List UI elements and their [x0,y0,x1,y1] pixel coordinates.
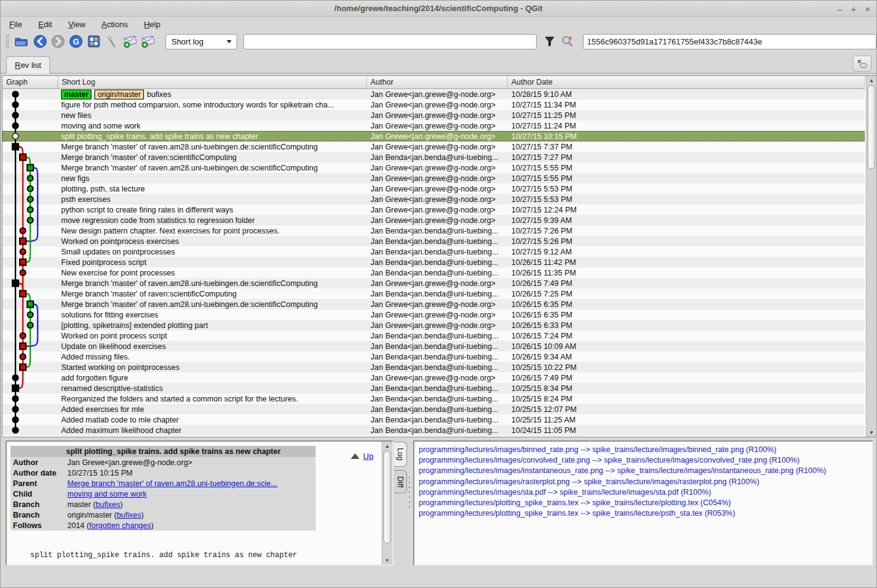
triangle-up-icon [351,453,359,459]
file-rename-line[interactable]: programming/lectures/images/binned_rate.… [419,445,872,455]
maximize-button[interactable]: + [850,4,856,14]
commit-row[interactable]: move regression code from statistics to … [2,215,865,225]
author-date-cell: 10/26/15 7:25 PM [508,290,860,298]
commit-row[interactable]: Started working on pointprocessesJan Ben… [2,362,865,372]
detail-scrollbar[interactable]: ▲ ▼ [382,442,392,565]
commit-row[interactable]: Fixed pointprocess scriptJan Benda<jan.b… [2,257,865,267]
column-header-author[interactable]: Author [367,76,508,88]
short-log-cell: Update on likelihood exercises [58,342,367,351]
apply-patch-button[interactable] [139,33,157,50]
author-date-cell: 10/27/15 5:53 PM [508,195,860,204]
commit-message: Merge branch 'master' of raven:scientifi… [61,290,237,298]
detail-link[interactable]: forgotten changes [89,521,151,530]
view-mode-select[interactable]: Short log [166,34,237,49]
menu-view[interactable]: View [68,20,85,29]
scrollbar-thumb[interactable] [868,85,875,169]
tab-rev-list[interactable]: Rev list [6,56,50,74]
commit-row[interactable]: renamed descriptive-statisticsJan Benda<… [2,383,865,393]
commit-row[interactable]: Update on likelihood exercisesJan Benda<… [2,341,865,351]
commit-row[interactable]: add forgotten figureJan Grewe<jan.grewe@… [2,372,865,383]
commit-row[interactable]: figure for psth method comparsion, some … [2,99,865,110]
save-patch-button[interactable] [121,33,139,50]
forward-button[interactable] [49,33,67,50]
commit-row[interactable]: Worked on point process scriptJan Benda<… [2,330,865,341]
up-link[interactable]: Up [363,452,374,461]
file-rename-line[interactable]: programming/lectures/images/convolved_ra… [419,455,872,466]
commit-row[interactable]: Added missing files.Jan Benda<jan.benda@… [2,351,865,362]
commit-row[interactable]: Merge branch 'master' of raven.am28.uni-… [2,141,865,152]
magic-wand-button[interactable] [103,33,121,50]
file-rename-line[interactable]: programming/lectures/plotting_spike_trai… [419,498,872,508]
scroll-down-icon[interactable]: ▼ [382,556,392,565]
detail-link[interactable]: bufixes [96,500,120,509]
commit-row[interactable]: [plotting, spiketrains] extended plottin… [2,320,865,330]
detail-field-value: origin/master (bufixes) [67,511,144,519]
commit-row[interactable]: Merge branch 'master' of raven:scientifi… [2,288,865,299]
open-repository-button[interactable] [13,33,31,50]
commit-row[interactable]: new figsJan Grewe<jan.grewe@g-node.org>1… [2,173,865,183]
filter-button[interactable] [540,33,558,50]
sha-input[interactable] [583,34,876,49]
commit-row[interactable]: Worked on pointprocess exercisesJan Bend… [2,236,865,246]
side-tab-log[interactable]: Log [394,442,407,467]
commit-row[interactable]: Added matlab code to mle chapterJan Bend… [2,414,865,425]
tree-filter-button[interactable] [853,56,871,72]
file-rename-line[interactable]: programming/lectures/plotting_spike_trai… [419,508,872,519]
back-button[interactable] [31,33,49,50]
commit-row[interactable]: split plotting_spike trains. add spike t… [2,131,865,141]
commit-row[interactable]: New design pattern chapter. Next exercis… [2,225,865,236]
rev-list-scrollbar[interactable]: ▲ ▼ [866,76,876,437]
panel-splitter-handle[interactable] [408,475,411,510]
detail-field: Branchmaster (bufixes) [10,499,316,510]
search-input[interactable] [243,34,537,49]
toggle-view-button[interactable] [85,33,103,50]
commit-row[interactable]: python script to create firing rates in … [2,204,865,215]
column-header-author-date[interactable]: Author Date [508,76,865,88]
commit-row[interactable]: moving and some workJan Grewe<jan.grewe@… [2,120,865,131]
author-date-cell: 10/25/15 12:07 PM [508,405,860,414]
graph-cell [2,267,58,278]
menu-help[interactable]: Help [144,20,161,29]
highlight-search-button[interactable] [558,33,576,50]
commit-row[interactable]: masterorigin/masterbufixesJan Grewe<jan.… [2,89,865,99]
column-header-short-log[interactable]: Short Log [58,76,367,88]
scroll-down-icon[interactable]: ▼ [867,428,876,437]
menu-file[interactable]: File [9,20,22,29]
commit-row[interactable]: Merge branch 'master' of raven.am28.uni-… [2,162,865,173]
scrollbar-thumb[interactable] [384,451,391,544]
commit-row[interactable]: Added exercises for mleJan Benda<jan.ben… [2,404,865,414]
commit-row[interactable]: psth exercisesJan Grewe<jan.grewe@g-node… [2,194,865,204]
toolbar-drag-handle[interactable] [6,34,9,49]
commit-row[interactable]: plotting, psth, sta lectureJan Grewe<jan… [2,183,865,194]
scroll-up-icon[interactable]: ▲ [867,76,876,85]
commit-row[interactable]: new filesJan Grewe<jan.grewe@g-node.org>… [2,110,865,120]
branch-tag-origin-master: origin/master [94,90,143,99]
file-rename-line[interactable]: programming/lectures/images/instantaneou… [419,466,872,476]
side-tab-diff[interactable]: Diff [394,470,407,494]
commit-row[interactable]: Merge branch 'master' of raven.am28.uni-… [2,299,865,309]
graph-cell [2,162,58,173]
detail-link[interactable]: bufixes [117,511,141,519]
commit-row[interactable]: Added maximum likelihood chapterJan Bend… [2,425,865,435]
scroll-up-icon[interactable]: ▲ [382,442,392,450]
file-rename-line[interactable]: programming/lectures/images/sta.pdf --> … [419,487,872,498]
menu-edit[interactable]: Edit [38,20,52,29]
detail-link[interactable]: moving and some work [67,490,147,498]
commit-row[interactable]: solutions for fitting exercisesJan Grewe… [2,309,865,320]
author-date-cell: 10/26/15 7:24 PM [508,332,860,340]
commit-row[interactable]: Merge branch 'master' of raven:scientifi… [2,152,865,162]
minimize-button[interactable]: – [837,4,842,14]
file-rename-line[interactable]: programming/lectures/images/rasterplot.p… [419,477,872,487]
commit-row[interactable]: Merge branch 'master' of raven.am28.uni-… [2,278,865,288]
commit-row[interactable]: New exercise for point processesJan Bend… [2,267,865,278]
commit-row[interactable]: Reorganized the folders and started a co… [2,393,865,404]
commit-row[interactable]: Small updates on pointprocessesJan Benda… [2,246,865,257]
menu-actions[interactable]: Actions [101,20,128,29]
author-date-cell: 10/28/15 9:10 AM [508,90,860,99]
commit-message: solutions for fitting exercises [61,311,158,319]
detail-link[interactable]: Merge branch 'master' of raven.am28.uni-… [67,479,277,488]
column-header-graph[interactable]: Graph [2,76,58,88]
reload-button[interactable]: G [67,33,85,50]
close-button[interactable]: × [865,4,870,14]
graph-cell [2,309,58,320]
